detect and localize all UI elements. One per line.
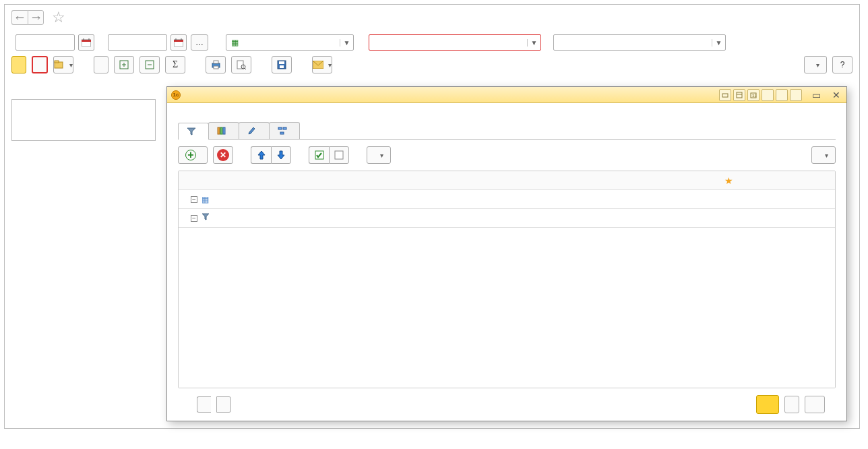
chevron-down-icon: ▾ <box>814 61 819 69</box>
collapse-icon <box>145 60 154 69</box>
check-all-button[interactable] <box>309 146 329 164</box>
tb-m-button[interactable] <box>762 89 774 101</box>
chevron-down-icon: ▼ <box>712 39 725 47</box>
view-simple-button[interactable] <box>197 396 211 413</box>
checkbox-empty-icon <box>334 150 344 160</box>
generate-button[interactable] <box>11 56 26 73</box>
svg-rect-5 <box>174 40 183 42</box>
sum-button[interactable]: Σ <box>165 56 185 73</box>
sigma-icon: Σ <box>173 59 178 70</box>
action-toolbar: ▾ Σ ▾ ▾ ? <box>5 56 859 80</box>
grid-body[interactable]: − ▦ − <box>179 190 835 388</box>
dialog-footer <box>178 388 836 421</box>
tab-fields[interactable] <box>208 122 239 139</box>
uncheck-all-button[interactable] <box>329 146 349 164</box>
info-message-box <box>11 99 156 141</box>
chevron-down-icon: ▾ <box>67 61 73 69</box>
svg-rect-29 <box>223 127 225 134</box>
arrow-down-icon <box>276 150 286 160</box>
object-name-dropdown[interactable]: ▼ <box>369 34 541 51</box>
collapse-groups-button[interactable] <box>140 56 160 73</box>
period-to-calendar-button[interactable] <box>170 34 187 51</box>
chevron-down-icon: ▾ <box>823 152 828 159</box>
diskette-icon <box>277 60 286 69</box>
brush-icon <box>247 126 257 136</box>
table-icon: ▦ <box>202 195 209 204</box>
group-row-params[interactable]: − ▦ <box>179 190 835 209</box>
chevron-down-icon: ▼ <box>527 39 540 47</box>
chevron-down-icon: ▼ <box>340 39 353 47</box>
funnel-icon <box>187 127 196 136</box>
header-condition[interactable] <box>428 171 507 189</box>
header-value[interactable] <box>507 171 716 189</box>
tb-mplus-button[interactable] <box>776 89 788 101</box>
close-and-generate-button[interactable] <box>756 395 779 414</box>
close-button[interactable] <box>784 396 799 413</box>
dialog-titlebar[interactable]: 1c 31 ▭ ✕ <box>167 87 846 103</box>
collapse-toggle-icon[interactable]: − <box>191 215 197 222</box>
page-magnify-icon <box>237 60 247 69</box>
move-up-button[interactable] <box>251 146 271 164</box>
tab-format[interactable] <box>239 122 270 139</box>
period-from-input[interactable] <box>16 34 75 51</box>
dialog-heading <box>178 109 836 122</box>
add-filter-button[interactable]: + <box>178 146 208 164</box>
email-button[interactable]: ▾ <box>312 56 332 73</box>
svg-text:31: 31 <box>752 94 757 98</box>
chevron-down-icon: ▾ <box>326 61 332 69</box>
nav-forward-button[interactable]: 🡒 <box>28 10 44 25</box>
tb-calc-icon[interactable] <box>733 89 745 101</box>
period-picker-button[interactable]: … <box>191 34 208 51</box>
period-from-calendar-button[interactable] <box>78 34 94 51</box>
star-icon: ★ <box>724 175 733 186</box>
print-button[interactable] <box>206 56 226 73</box>
favorite-star-icon[interactable]: ☆ <box>52 9 65 26</box>
show-in-header-button[interactable]: ▾ <box>367 146 391 164</box>
delete-filter-button[interactable]: ✕ <box>213 146 233 164</box>
svg-rect-1 <box>82 40 91 42</box>
svg-rect-32 <box>280 132 284 134</box>
dialog-help-button[interactable] <box>805 396 825 413</box>
svg-rect-34 <box>335 151 343 159</box>
move-down-button[interactable] <box>271 146 291 164</box>
svg-rect-20 <box>280 65 284 68</box>
tb-mminus-button[interactable] <box>790 89 802 101</box>
table-name-dropdown[interactable]: ▼ <box>553 34 726 51</box>
expand-groups-button[interactable] <box>114 56 134 73</box>
header-title[interactable] <box>741 171 835 189</box>
view-advanced-button[interactable] <box>216 396 231 413</box>
tab-filters[interactable] <box>178 123 209 140</box>
calendar-icon <box>82 38 91 47</box>
save-button[interactable] <box>272 56 292 73</box>
metadata-type-dropdown[interactable]: ▦ ▼ <box>226 34 354 51</box>
tb-print-icon[interactable] <box>719 89 731 101</box>
nav-back-button[interactable]: 🡐 <box>11 10 28 25</box>
settings-button[interactable] <box>32 56 48 73</box>
dialog-close-icon[interactable]: ✕ <box>830 89 842 101</box>
help-button[interactable]: ? <box>832 56 852 73</box>
svg-rect-9 <box>55 61 59 63</box>
group-row-filters[interactable]: − <box>179 209 835 228</box>
subtoolbar-more-button[interactable]: ▾ <box>811 146 836 164</box>
collapse-toggle-icon[interactable]: − <box>191 196 197 203</box>
filters-subtoolbar: + ✕ ▾ ▾ <box>178 140 836 171</box>
header-star[interactable]: ★ <box>716 171 741 189</box>
app-1c-icon: 1c <box>171 90 181 100</box>
x-circle-icon: ✕ <box>217 149 229 161</box>
chevron-down-icon: ▾ <box>378 152 383 159</box>
tab-structure[interactable] <box>269 122 300 139</box>
header-field[interactable] <box>179 171 428 189</box>
svg-rect-22 <box>722 94 728 97</box>
period-to-input[interactable] <box>108 34 167 51</box>
svg-rect-27 <box>218 127 220 134</box>
preview-button[interactable] <box>231 56 251 73</box>
dialog-maximize-icon[interactable]: ▭ <box>810 89 822 101</box>
find-button[interactable] <box>94 56 108 73</box>
more-button[interactable]: ▾ <box>804 56 827 73</box>
folder-icon <box>54 60 65 69</box>
svg-rect-30 <box>278 127 282 129</box>
dialog-titlebar-tools: 31 <box>719 89 802 101</box>
svg-rect-28 <box>220 127 222 134</box>
tb-calendar-icon[interactable]: 31 <box>747 89 760 101</box>
variants-button[interactable]: ▾ <box>53 56 73 73</box>
